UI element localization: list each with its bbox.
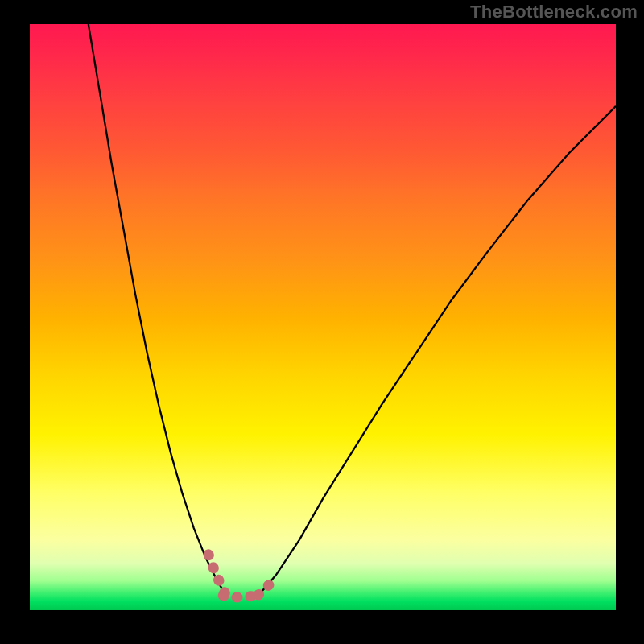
chart-container: TheBottleneck.com xyxy=(0,0,644,644)
watermark-text: TheBottleneck.com xyxy=(470,2,638,23)
pink-bottom-path xyxy=(223,595,258,597)
plot-area xyxy=(30,24,616,610)
right-curve-path xyxy=(258,106,616,596)
curve-overlay xyxy=(30,24,616,610)
pink-left-path xyxy=(208,555,225,593)
left-curve-path xyxy=(89,24,226,596)
